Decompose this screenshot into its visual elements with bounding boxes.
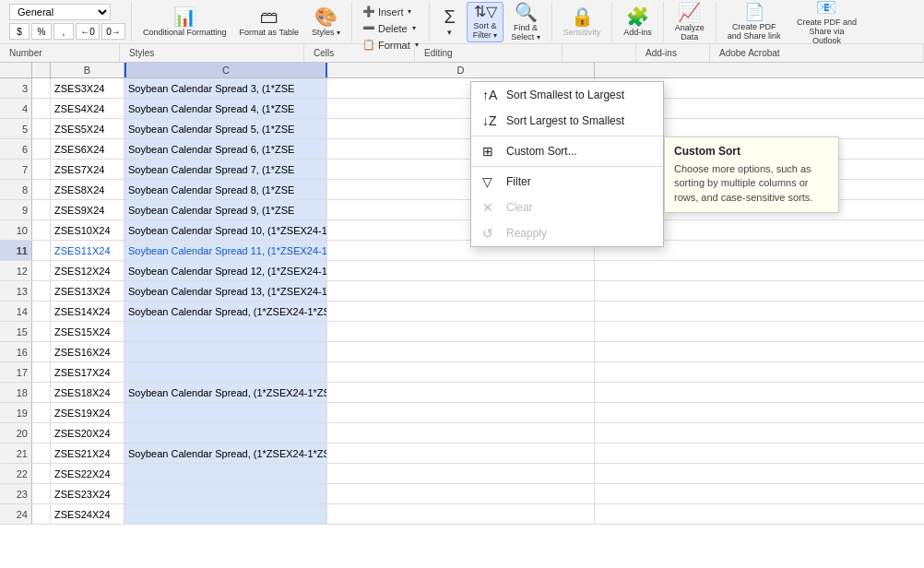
cell-c[interactable] [124, 504, 327, 524]
cell-c[interactable] [124, 322, 327, 341]
cell-b[interactable]: ZSES24X24 [51, 504, 124, 524]
cell-b[interactable]: ZSES20X24 [51, 423, 124, 443]
cell-c[interactable]: Soybean Calendar Spread 5, (1*ZSE [124, 119, 327, 138]
add-ins-btn[interactable]: 🧩 Add-ins [618, 6, 657, 39]
cell-b[interactable]: ZSES6X24 [51, 139, 124, 159]
cell-a[interactable] [32, 180, 51, 199]
cell-b[interactable]: ZSES9X24 [51, 200, 124, 219]
table-row[interactable]: 15 ZSES15X24 [0, 322, 924, 342]
cell-b[interactable]: ZSES21X24 [51, 444, 124, 463]
table-row[interactable]: 17 ZSES17X24 [0, 362, 924, 383]
cell-c[interactable]: Soybean Calendar Spread, (1*ZSEX24-1*ZSE… [124, 383, 327, 402]
cell-c[interactable]: Soybean Calendar Spread 8, (1*ZSE [124, 180, 327, 199]
cell-b[interactable]: ZSES8X24 [51, 180, 124, 199]
cell-a[interactable] [32, 444, 51, 463]
cell-b[interactable]: ZSES15X24 [51, 322, 124, 341]
cell-a[interactable] [32, 464, 51, 483]
cell-b[interactable]: ZSES11X24 [51, 241, 124, 260]
comma-btn[interactable]: , [53, 23, 74, 40]
table-row[interactable]: 20 ZSES20X24 [0, 423, 924, 444]
create-pdf-btn[interactable]: 📄 Create PDFand Share link [722, 2, 787, 42]
filter-item[interactable]: ▽ Filter [471, 169, 663, 195]
table-row[interactable]: 16 ZSES16X24 [0, 342, 924, 362]
table-row[interactable]: 22 ZSES22X24 [0, 464, 924, 484]
table-row[interactable]: 12 ZSES12X24 Soybean Calendar Spread 12,… [0, 261, 924, 281]
cell-c[interactable]: Soybean Calendar Spread, (1*ZSEX24-1*ZSE… [124, 302, 327, 321]
cell-a[interactable] [32, 504, 51, 524]
decrease-decimal-btn[interactable]: ←0 [76, 23, 100, 40]
cell-a[interactable] [32, 261, 51, 280]
cell-d[interactable] [327, 504, 595, 524]
cell-c[interactable] [124, 342, 327, 361]
cell-b[interactable]: ZSES22X24 [51, 464, 124, 483]
cell-d[interactable] [327, 444, 595, 463]
sort-filter-btn[interactable]: ⇅▽ Sort &Filter ▾ [467, 2, 504, 42]
cell-b[interactable]: ZSES14X24 [51, 302, 124, 321]
cell-a[interactable] [32, 200, 51, 219]
cell-a[interactable] [32, 78, 51, 98]
cell-d[interactable] [327, 302, 595, 321]
cell-a[interactable] [32, 220, 51, 240]
cell-styles-btn[interactable]: 🎨 Styles ▾ [306, 6, 346, 39]
table-row[interactable]: 10 ZSES10X24 Soybean Calendar Spread 10,… [0, 220, 924, 241]
cell-a[interactable] [32, 139, 51, 159]
sort-asc-item[interactable]: ↑A Sort Smallest to Largest [471, 82, 663, 108]
cell-b[interactable]: ZSES3X24 [51, 78, 124, 98]
sum-btn[interactable]: Σ ▾ [435, 6, 465, 39]
cell-a[interactable] [32, 423, 51, 443]
cell-c[interactable] [124, 484, 327, 503]
cell-d[interactable] [327, 423, 595, 443]
cell-c[interactable]: Soybean Calendar Spread 9, (1*ZSE [124, 200, 327, 219]
cell-d[interactable] [327, 464, 595, 483]
table-row[interactable]: 18 ZSES18X24 Soybean Calendar Spread, (1… [0, 383, 924, 403]
cell-b[interactable]: ZSES4X24 [51, 99, 124, 118]
analyze-data-btn[interactable]: 📈 AnalyzeData [669, 1, 710, 43]
create-pdf-outlook-btn[interactable]: 📧 Create PDF andShare via Outlook [789, 0, 863, 47]
insert-btn[interactable]: ➕ Insert ▾ [358, 4, 417, 19]
custom-sort-item[interactable]: ⊞ Custom Sort... [471, 138, 663, 164]
table-row[interactable]: 13 ZSES13X24 Soybean Calendar Spread 13,… [0, 281, 924, 302]
table-row[interactable]: 11 ZSES11X24 Soybean Calendar Spread 11,… [0, 241, 924, 261]
table-row[interactable]: 23 ZSES23X24 [0, 484, 924, 504]
increase-decimal-btn[interactable]: 0→ [101, 23, 125, 40]
cell-a[interactable] [32, 403, 51, 422]
delete-btn[interactable]: ➖ Delete ▾ [358, 20, 421, 36]
cell-d[interactable] [327, 484, 595, 503]
cell-c[interactable] [124, 423, 327, 443]
cell-b[interactable]: ZSES19X24 [51, 403, 124, 422]
find-select-btn[interactable]: 🔍 Find &Select ▾ [505, 1, 546, 43]
cell-a[interactable] [32, 119, 51, 138]
cell-c[interactable]: Soybean Calendar Spread 11, (1*ZSEX24-1*… [124, 241, 327, 260]
cell-b[interactable]: ZSES5X24 [51, 119, 124, 138]
cell-d[interactable] [327, 383, 595, 402]
table-row[interactable]: 3 ZSES3X24 Soybean Calendar Spread 3, (1… [0, 78, 924, 99]
cell-d[interactable] [327, 362, 595, 382]
percent-btn[interactable]: % [31, 23, 52, 40]
cell-d[interactable] [327, 281, 595, 301]
table-row[interactable]: 19 ZSES19X24 [0, 403, 924, 423]
cell-a[interactable] [32, 322, 51, 341]
cell-b[interactable]: ZSES10X24 [51, 220, 124, 240]
cell-c[interactable] [124, 464, 327, 483]
cell-a[interactable] [32, 241, 51, 260]
cell-a[interactable] [32, 160, 51, 179]
cell-c[interactable]: Soybean Calendar Spread 13, (1*ZSEX24-1*… [124, 281, 327, 301]
sort-desc-item[interactable]: ↓Z Sort Largest to Smallest [471, 108, 663, 134]
dollar-btn[interactable]: $ [9, 23, 30, 40]
table-row[interactable]: 24 ZSES24X24 [0, 504, 924, 525]
cell-c[interactable] [124, 403, 327, 422]
table-row[interactable]: 14 ZSES14X24 Soybean Calendar Spread, (1… [0, 302, 924, 322]
cell-a[interactable] [32, 484, 51, 503]
cell-b[interactable]: ZSES7X24 [51, 160, 124, 179]
table-row[interactable]: 4 ZSES4X24 Soybean Calendar Spread 4, (1… [0, 99, 924, 119]
cell-c[interactable] [124, 362, 327, 382]
cell-a[interactable] [32, 281, 51, 301]
cell-c[interactable]: Soybean Calendar Spread 4, (1*ZSE [124, 99, 327, 118]
cell-b[interactable]: ZSES12X24 [51, 261, 124, 280]
cell-c[interactable]: Soybean Calendar Spread 3, (1*ZSE [124, 78, 327, 98]
cell-c[interactable]: Soybean Calendar Spread 6, (1*ZSE [124, 139, 327, 159]
cell-b[interactable]: ZSES13X24 [51, 281, 124, 301]
cell-c[interactable]: Soybean Calendar Spread 12, (1*ZSEX24-1*… [124, 261, 327, 280]
cell-b[interactable]: ZSES23X24 [51, 484, 124, 503]
table-row[interactable]: 21 ZSES21X24 Soybean Calendar Spread, (1… [0, 444, 924, 464]
